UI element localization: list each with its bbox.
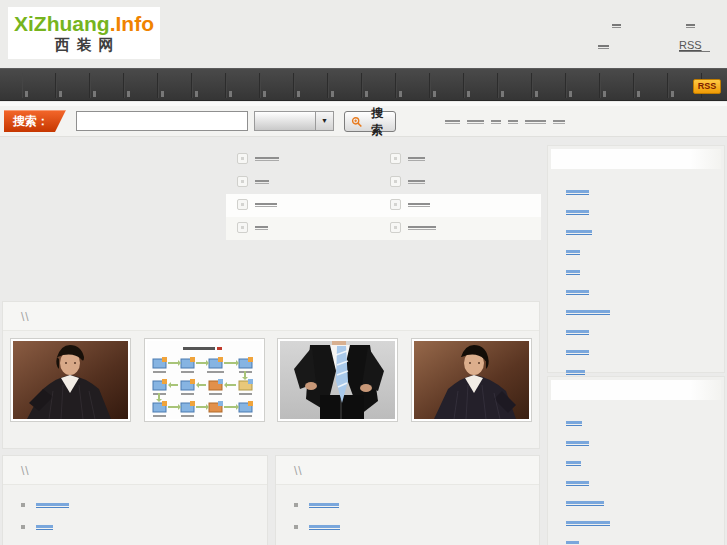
gallery-image-male-suit-figure[interactable]: [277, 338, 398, 422]
sidebar-link[interactable]: [566, 461, 581, 466]
gallery-image-female-suit-portrait[interactable]: [10, 338, 131, 422]
nav-menu-item[interactable]: [56, 73, 90, 98]
notice-link-text[interactable]: [408, 203, 430, 207]
sidebar-link[interactable]: [566, 370, 585, 375]
list-bullet-image-icon: [237, 153, 248, 164]
notice-link-text[interactable]: [255, 203, 277, 207]
bottom-right-section: \\: [275, 455, 540, 545]
nav-menu-item[interactable]: [124, 73, 158, 98]
header-quick-link[interactable]: [612, 24, 621, 28]
sidebar-link[interactable]: [566, 541, 579, 545]
search-bar: 搜索： ▼ 搜索: [0, 106, 727, 137]
notice-link[interactable]: [237, 199, 277, 210]
article-link[interactable]: [309, 503, 339, 508]
notice-link[interactable]: [390, 176, 425, 187]
notice-link[interactable]: [390, 222, 436, 233]
nav-menu-item[interactable]: [430, 73, 464, 98]
gallery-image-female-suit-portrait-2[interactable]: [411, 338, 532, 422]
notice-link[interactable]: [390, 199, 430, 210]
list-bullet-image-icon: [390, 222, 401, 233]
sidebar-link[interactable]: [566, 250, 580, 255]
nav-menu-item[interactable]: [566, 73, 600, 98]
sidebar-section-2: [547, 376, 725, 545]
list-bullet-image-icon: [237, 176, 248, 187]
list-item: [566, 472, 724, 492]
sidebar-link[interactable]: [566, 521, 610, 526]
sidebar-link[interactable]: [566, 290, 589, 295]
nav-menu-item[interactable]: [22, 73, 56, 98]
nav-menu-item[interactable]: [362, 73, 396, 98]
nav-menu-item[interactable]: [634, 73, 668, 98]
sidebar-section-1: [547, 145, 725, 373]
sidebar-link[interactable]: [566, 481, 589, 486]
bottom-left-section-header: \\: [3, 456, 267, 485]
female-suit-portrait-photo-2: [414, 341, 529, 419]
square-bullet-icon: [294, 503, 298, 507]
notice-link[interactable]: [237, 176, 269, 187]
header-quick-link[interactable]: [686, 24, 695, 28]
search-button-label: 搜索: [366, 105, 389, 139]
nav-menu-item[interactable]: [600, 73, 634, 98]
sidebar-link[interactable]: [566, 441, 589, 446]
sidebar-section-2-header: [551, 380, 721, 400]
sidebar-link[interactable]: [566, 501, 604, 506]
nav-menu-item[interactable]: [158, 73, 192, 98]
search-button[interactable]: 搜索: [344, 111, 396, 132]
nav-menu-item[interactable]: [396, 73, 430, 98]
sidebar-link[interactable]: [566, 421, 582, 426]
hot-keyword-link[interactable]: [445, 120, 460, 124]
sidebar-section-1-header: [551, 149, 721, 169]
nav-menu-item[interactable]: [464, 73, 498, 98]
hot-keyword-link[interactable]: [553, 120, 565, 124]
nav-menu-item[interactable]: [532, 73, 566, 98]
nav-menu-item[interactable]: [192, 73, 226, 98]
square-bullet-icon: [294, 525, 298, 529]
list-item: [276, 516, 539, 538]
article-link[interactable]: [36, 525, 53, 530]
nav-menu-item[interactable]: [498, 73, 532, 98]
header-quick-link[interactable]: [598, 45, 609, 49]
hot-keyword-link[interactable]: [491, 120, 501, 124]
notice-link-text[interactable]: [255, 180, 269, 184]
notice-link-text[interactable]: [408, 157, 425, 161]
article-link[interactable]: [309, 525, 340, 530]
notice-link[interactable]: [237, 222, 268, 233]
chevron-down-icon[interactable]: ▼: [315, 112, 333, 130]
notice-link-text[interactable]: [408, 226, 436, 230]
sidebar-link[interactable]: [566, 190, 589, 195]
sidebar-link[interactable]: [566, 350, 589, 355]
notice-link-text[interactable]: [408, 180, 425, 184]
hot-keyword-link[interactable]: [508, 120, 518, 124]
search-input[interactable]: [76, 111, 248, 131]
site-logo[interactable]: XiZhuang.Info 西装网: [8, 7, 160, 59]
notice-link[interactable]: [237, 153, 279, 164]
nav-menu-item[interactable]: [90, 73, 124, 98]
article-link[interactable]: [36, 503, 69, 508]
nav-menu-item[interactable]: [328, 73, 362, 98]
logo-brand-text: XiZhuang: [14, 12, 110, 35]
nav-menu-item[interactable]: [226, 73, 260, 98]
sidebar-link[interactable]: [566, 230, 592, 235]
notice-link[interactable]: [390, 153, 425, 164]
list-bullet-image-icon: [237, 199, 248, 210]
notice-list: [226, 148, 541, 240]
logo-subtitle: 西装网: [8, 35, 160, 55]
nav-menu-item[interactable]: [294, 73, 328, 98]
sidebar-link[interactable]: [566, 270, 580, 275]
nav-rss-badge[interactable]: RSS: [693, 79, 721, 94]
hot-keyword-link[interactable]: [467, 120, 484, 124]
list-item: [566, 492, 724, 512]
sidebar-link[interactable]: [566, 310, 610, 315]
notice-link-text[interactable]: [255, 157, 279, 161]
sidebar-link[interactable]: [566, 210, 589, 215]
hot-keyword-link[interactable]: [525, 120, 546, 124]
sidebar-link[interactable]: [566, 330, 589, 335]
sidebar-link-list-2: [548, 412, 724, 545]
gallery-row: [3, 331, 539, 422]
header-rss-link[interactable]: RSS: [679, 39, 710, 52]
search-category-select[interactable]: ▼: [254, 111, 334, 131]
nav-menu-item[interactable]: [260, 73, 294, 98]
notice-link-text[interactable]: [255, 226, 268, 230]
gallery-image-suit-flowchart[interactable]: [144, 338, 265, 422]
list-bullet-image-icon: [237, 222, 248, 233]
